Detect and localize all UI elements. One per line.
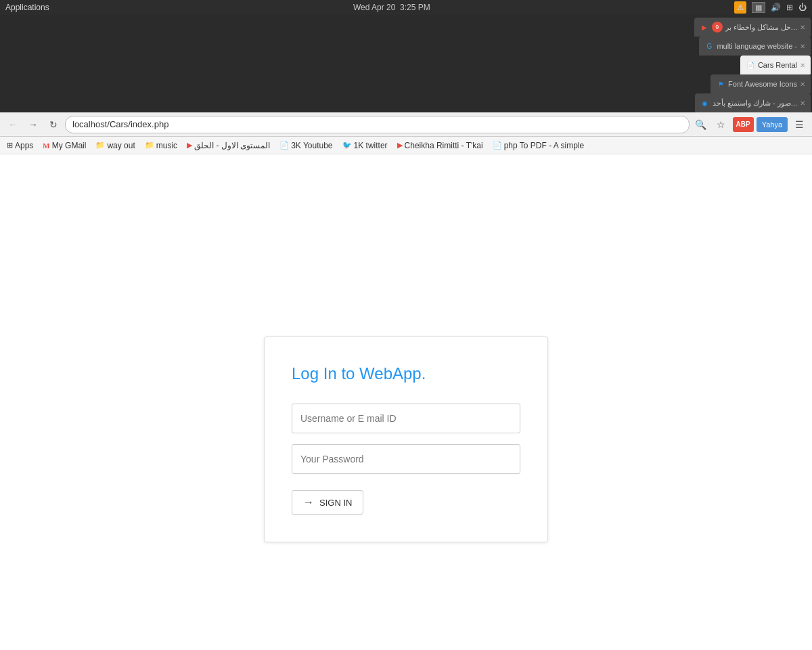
bookmark-1k-label: 1K twitter: [354, 141, 388, 150]
star-icon-btn[interactable]: ☆: [713, 116, 730, 133]
bookmark-apps[interactable]: ⊞ Apps: [3, 139, 37, 152]
tab-5-favicon: ◉: [700, 98, 710, 108]
bookmark-gmail[interactable]: M My GMail: [39, 139, 90, 152]
tab-2-label: multi language website -: [717, 42, 797, 50]
search-icon-btn[interactable]: 🔍: [692, 116, 710, 133]
bookmark-php2pdf-label: php To PDF - A simple: [504, 141, 585, 150]
user-button[interactable]: Yahya: [757, 117, 788, 132]
signin-label: SIGN IN: [319, 498, 352, 508]
power-icon[interactable]: ⏻: [798, 3, 807, 12]
gmail-icon: M: [43, 142, 49, 150]
adblock-button[interactable]: ABP: [733, 117, 754, 132]
tab-2-favicon: G: [704, 41, 714, 51]
os-titlebar-actions: ⚠ ▦ 🔊 ⊞ ⏻: [734, 1, 807, 14]
youtube-icon-1: ▶: [187, 141, 192, 150]
tab-2-close[interactable]: ✕: [800, 43, 805, 50]
bookmark-3k-label: 3K Youtube: [291, 141, 332, 150]
folder-icon-music: 📁: [145, 141, 154, 150]
address-bar[interactable]: [65, 116, 690, 133]
bookmark-gmail-label: My GMail: [52, 141, 87, 150]
bookmark-youtube1[interactable]: ▶ المستوى الاول - الحلق: [183, 139, 274, 152]
bookmark-cheikha[interactable]: ▶ Cheikha Rimitti - T'kai: [393, 139, 487, 152]
tab-4-favicon: ⚑: [716, 79, 725, 89]
tab-5-label: صور - شارك واستمتع بأحد...: [713, 99, 797, 108]
tab-5-close[interactable]: ✕: [800, 100, 805, 107]
bookmark-music[interactable]: 📁 music: [141, 139, 181, 152]
window-manager-icon[interactable]: ▦: [752, 2, 765, 13]
bookmark-1ktwitter[interactable]: 🐦 1K twitter: [338, 139, 392, 152]
login-card: Log In to WebApp. → SIGN IN: [264, 337, 548, 542]
back-button[interactable]: ←: [4, 116, 22, 133]
tab-4[interactable]: ⚑ Font Awesome Icons ✕: [710, 74, 811, 93]
bookmark-music-label: music: [156, 141, 177, 150]
page-icon-php: 📄: [493, 141, 502, 150]
refresh-button[interactable]: ↻: [45, 116, 62, 133]
os-datetime: Wed Apr 20 3:25 PM: [353, 3, 430, 12]
bookmark-wayout[interactable]: 📁 way out: [91, 139, 139, 152]
tab-1-label: حل مشاكل واخطاء بر...: [725, 23, 797, 32]
volume-icon[interactable]: 🔊: [771, 3, 781, 12]
tab-3-close[interactable]: ✕: [800, 62, 805, 69]
tab-1-badge: 9: [712, 22, 723, 32]
login-title: Log In to WebApp.: [292, 364, 520, 383]
tab-1[interactable]: ▶ 9 حل مشاكل واخطاء بر... ✕: [694, 18, 811, 37]
twitter-icon: 🐦: [342, 141, 352, 150]
bookmark-3kyoutube[interactable]: 📄 3K Youtube: [275, 139, 336, 152]
page-icon-3k: 📄: [279, 141, 289, 150]
nav-icons: 🔍 ☆ ABP Yahya ☰: [692, 116, 809, 133]
page-content: Log In to WebApp. → SIGN IN: [0, 154, 812, 650]
bookmark-cheikha-label: Cheikha Rimitti - T'kai: [405, 141, 483, 150]
bookmark-apps-label: Apps: [15, 141, 33, 150]
tab-3[interactable]: 📄 Cars Rental ✕: [740, 56, 811, 74]
tab-1-favicon: ▶: [700, 22, 709, 32]
bookmark-php2pdf[interactable]: 📄 php To PDF - A simple: [489, 139, 589, 152]
nav-bar: ← → ↻ 🔍 ☆ ABP Yahya ☰: [0, 112, 812, 137]
tab-bar: ▶ 9 حل مشاكل واخطاء بر... ✕ G multi lang…: [0, 15, 812, 112]
tab-3-label: Cars Rental: [758, 61, 797, 69]
bookmark-wayout-label: way out: [107, 141, 135, 150]
tab-1-close[interactable]: ✕: [800, 24, 805, 31]
folder-icon-wayout: 📁: [95, 141, 105, 150]
apps-icon: ⊞: [7, 141, 13, 150]
bookmark-youtube1-label: المستوى الاول - الحلق: [194, 141, 270, 150]
warning-icon[interactable]: ⚠: [734, 1, 746, 14]
forward-button[interactable]: →: [24, 116, 42, 133]
tab-4-label: Font Awesome Icons: [728, 80, 797, 88]
bookmarks-bar: ⊞ Apps M My GMail 📁 way out 📁 music ▶ ال…: [0, 137, 812, 154]
menu-button[interactable]: ☰: [790, 116, 808, 133]
signin-icon: →: [303, 496, 314, 508]
password-input[interactable]: [292, 444, 520, 474]
tab-2[interactable]: G multi language website - ✕: [699, 37, 811, 56]
tab-3-favicon: 📄: [746, 60, 755, 70]
tab-4-close[interactable]: ✕: [800, 81, 805, 88]
tab-5[interactable]: ◉ صور - شارك واستمتع بأحد... ✕: [695, 93, 811, 112]
network-icon[interactable]: ⊞: [786, 3, 793, 12]
signin-button[interactable]: → SIGN IN: [292, 490, 363, 515]
os-titlebar: Applications Wed Apr 20 3:25 PM ⚠ ▦ 🔊 ⊞ …: [0, 0, 812, 15]
username-input[interactable]: [292, 404, 520, 433]
youtube-icon-cheikha: ▶: [397, 141, 403, 150]
os-title: Applications: [5, 3, 49, 12]
